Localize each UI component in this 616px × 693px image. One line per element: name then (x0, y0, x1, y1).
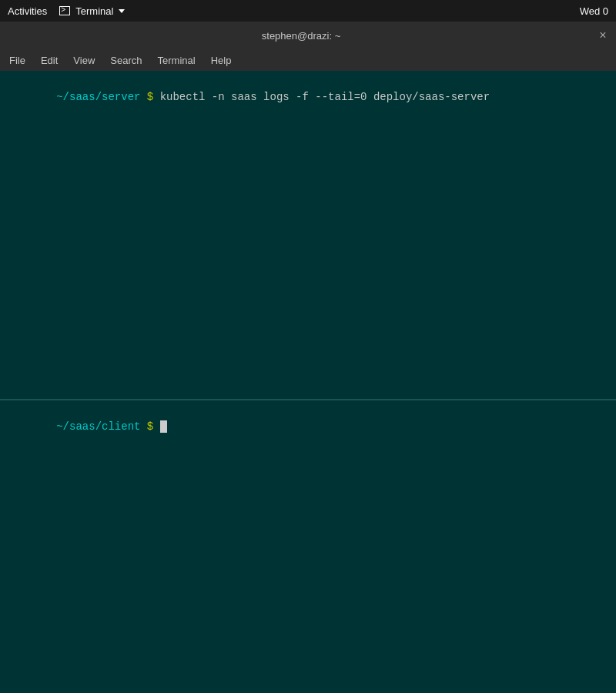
chevron-down-icon (119, 9, 125, 13)
terminal-icon (59, 6, 70, 15)
menu-edit[interactable]: Edit (35, 53, 64, 68)
system-bar: Activities Terminal Wed 0 (0, 0, 616, 22)
menu-view[interactable]: View (67, 53, 101, 68)
prompt-dir-top: ~/saas/server (56, 91, 140, 103)
system-bar-left: Activities Terminal (8, 5, 125, 17)
prompt-dollar-bottom: $ (140, 420, 159, 433)
system-clock: Wed 0 (580, 5, 608, 17)
prompt-dollar-top: $ (140, 91, 159, 103)
cursor-blink (160, 420, 167, 433)
terminal-line-top: ~/saas/server $ kubectl -n saas logs -f … (5, 74, 611, 120)
menu-terminal[interactable]: Terminal (152, 53, 202, 68)
terminal-pane-bottom[interactable]: ~/saas/client $ (0, 400, 616, 693)
window-title: stephen@drazi: ~ (6, 30, 596, 42)
terminal-window: stephen@drazi: ~ × File Edit View Search… (0, 22, 616, 693)
activities-button[interactable]: Activities (8, 5, 47, 17)
panes-container: ~/saas/server $ kubectl -n saas logs -f … (0, 71, 616, 693)
close-button[interactable]: × (596, 28, 610, 42)
command-top: kubectl -n saas logs -f --tail=0 deploy/… (160, 91, 490, 103)
terminal-line-bottom: ~/saas/client $ (5, 403, 611, 450)
terminal-pane-top[interactable]: ~/saas/server $ kubectl -n saas logs -f … (0, 71, 616, 400)
terminal-app-label: Terminal (75, 5, 113, 17)
terminal-app-menu[interactable]: Terminal (59, 5, 125, 17)
menu-search[interactable]: Search (104, 53, 148, 68)
prompt-dir-bottom: ~/saas/client (56, 420, 140, 433)
title-bar: stephen@drazi: ~ × (0, 22, 616, 49)
menu-help[interactable]: Help (205, 53, 238, 68)
menu-bar: File Edit View Search Terminal Help (0, 49, 616, 71)
menu-file[interactable]: File (3, 53, 32, 68)
